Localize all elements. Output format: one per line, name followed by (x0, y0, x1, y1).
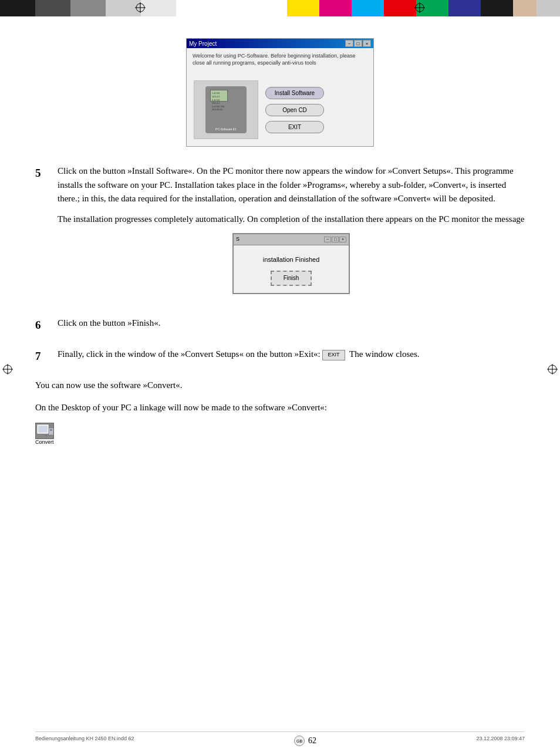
id-titlebar-btns: − □ × (324, 237, 346, 242)
id-close-btn[interactable]: × (339, 237, 346, 242)
sw-minimize-btn[interactable]: − (345, 40, 353, 47)
id-body: installation Finished Finish (234, 245, 349, 293)
reg-mark-top-left (135, 2, 146, 13)
step-7-main-text: Finally, click in the window of the »Con… (58, 349, 321, 359)
convert-icon-image (35, 423, 54, 439)
id-restore-btn[interactable]: □ (332, 237, 339, 242)
id-message: installation Finished (241, 255, 342, 265)
page-content: My Project − □ × Welcome for using PC-So… (35, 32, 525, 717)
page-number-area: GB 62 (294, 736, 316, 746)
step-5-content: Click on the button »Install Software«. … (58, 164, 525, 305)
sw-restore-btn[interactable]: □ (354, 40, 362, 47)
page-number: 62 (308, 736, 316, 746)
para-2: On the Desktop of your PC a linkage will… (35, 401, 525, 414)
reg-mark-mid-right (547, 364, 558, 375)
sw-title: My Project (189, 41, 217, 47)
step-7-number: 7 (35, 348, 58, 368)
sw-titlebar: My Project − □ × (187, 39, 373, 48)
software-window-screenshot: My Project − □ × Welcome for using PC-So… (186, 38, 374, 147)
step-6-content: Click on the button »Finish«. (58, 316, 525, 337)
svg-rect-15 (49, 428, 53, 435)
sw-device-label: PC-Software E1 (207, 127, 245, 131)
color-bar (0, 0, 560, 16)
step-7-suffix: The window closes. (349, 349, 420, 359)
svg-rect-16 (50, 429, 52, 431)
para-2-text: On the Desktop of your PC a linkage will… (35, 403, 327, 412)
sw-opencd-btn[interactable]: Open CD (265, 104, 324, 116)
id-finish-btn[interactable]: Finish (271, 271, 312, 286)
step-6-text: Click on the button »Finish«. (58, 316, 525, 330)
step-5-text2: The installation progresses completely a… (58, 213, 525, 226)
step-5: 5 Click on the button »Install Software«… (35, 164, 525, 305)
sw-titlebar-buttons: − □ × (345, 40, 371, 47)
sw-close-btn[interactable]: × (363, 40, 371, 47)
step-6: 6 Click on the button »Finish«. (35, 316, 525, 337)
reg-mark-top-right (414, 2, 425, 13)
sw-exit-btn[interactable]: EXIT (265, 121, 324, 133)
step-7: 7 Finally, click in the window of the »C… (35, 348, 525, 368)
step-7-text: Finally, click in the window of the »Con… (58, 348, 525, 361)
gb-badge: GB (294, 736, 305, 746)
id-titlebar: S − □ × (234, 234, 349, 245)
sw-device-screen: 1.43.03 103.4.36.43.03 103.4.14.43.03 10… (210, 90, 228, 102)
sw-welcome-area: Welcome for using PC-Software. Before be… (187, 48, 373, 73)
step-5-text1: Click on the button »Install Software«. … (58, 164, 525, 205)
id-minimize-btn[interactable]: − (324, 237, 331, 242)
install-dialog: S − □ × installation Finished Finish (232, 233, 350, 294)
step-7-content: Finally, click in the window of the »Con… (58, 348, 525, 368)
sw-welcome-text: Welcome for using PC-Software. Before be… (193, 53, 367, 66)
svg-rect-14 (38, 426, 48, 433)
step-5-number: 5 (35, 164, 58, 305)
sw-buttons-area: Install Software Open CD EXIT (265, 80, 324, 139)
step-6-number: 6 (35, 316, 58, 337)
id-title: S (236, 235, 239, 244)
sw-device: 1.43.03 103.4.36.43.03 103.4.14.43.03 10… (205, 86, 247, 133)
page-footer: Bedienungsanleitung KH 2450 EN.indd 62 G… (35, 731, 525, 746)
convert-icon-label: Convert (35, 439, 525, 445)
sw-body: 1.43.03 103.4.36.43.03 103.4.14.43.03 10… (187, 73, 373, 146)
reg-mark-mid-left (2, 364, 13, 375)
step-7-exit-button[interactable]: EXIT (322, 350, 345, 360)
sw-install-btn[interactable]: Install Software (265, 87, 324, 99)
para-1: You can now use the software »Convert«. (35, 379, 525, 392)
footer-date: 23.12.2008 23:09:47 (476, 736, 525, 746)
footer-filename: Bedienungsanleitung KH 2450 EN.indd 62 (35, 736, 134, 746)
sw-device-image: 1.43.03 103.4.36.43.03 103.4.14.43.03 10… (194, 80, 258, 139)
